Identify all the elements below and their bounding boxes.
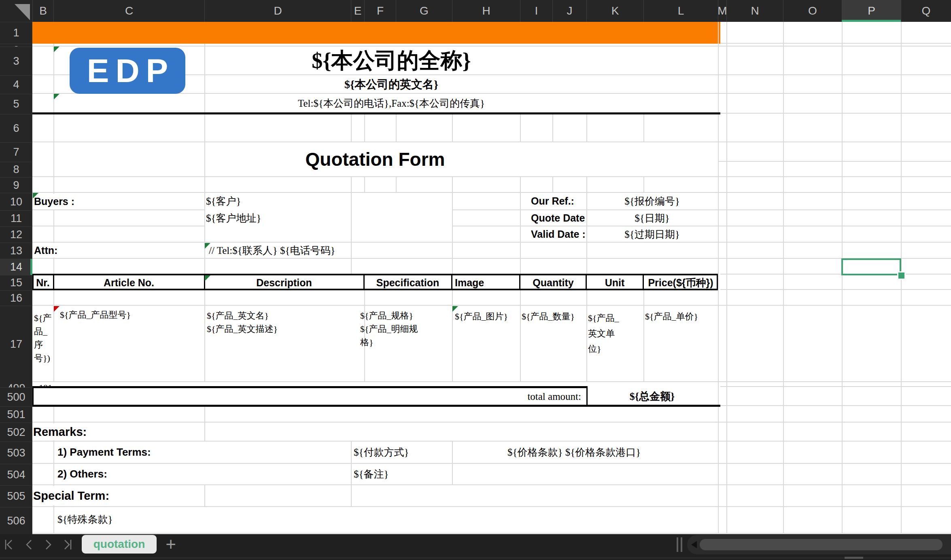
next-sheet-icon[interactable] (43, 538, 54, 551)
row-header-selected[interactable]: 14 (0, 259, 32, 275)
row-header[interactable]: 11 (0, 210, 32, 226)
special-term-value[interactable]: ${特殊条款} (57, 507, 227, 531)
col-header-unit[interactable]: Unit (587, 276, 642, 290)
buyer-name[interactable]: ${客户} (206, 193, 449, 209)
remarks-title[interactable]: Remarks: (33, 423, 155, 440)
column-header[interactable]: B (32, 0, 53, 22)
gridline-v (520, 290, 521, 382)
product-description[interactable]: ${产品_英文描述} (207, 322, 348, 336)
row-header[interactable]: 13 (0, 243, 32, 259)
gridline-v (520, 177, 521, 275)
column-header[interactable]: M (718, 0, 726, 22)
column-header[interactable]: H (452, 0, 520, 22)
valid-date-value[interactable]: ${过期日期} (586, 226, 718, 242)
column-header[interactable]: F (364, 0, 396, 22)
product-spec[interactable]: ${产品_规格} (360, 309, 441, 322)
gridline-h (32, 305, 951, 306)
product-price[interactable]: ${产品_单价} (645, 311, 717, 323)
row-header[interactable]: 503 (0, 442, 32, 464)
col-header-nr[interactable]: Nr. (33, 276, 53, 290)
add-sheet-button[interactable]: + (161, 535, 180, 554)
last-sheet-icon[interactable] (63, 538, 73, 551)
our-ref-value[interactable]: ${报价编号} (586, 193, 718, 209)
column-header[interactable]: N (726, 0, 783, 22)
col-header-specification[interactable]: Specification (365, 276, 451, 290)
row-header[interactable]: 15 (0, 275, 32, 290)
row-header[interactable]: 504 (0, 464, 32, 485)
comment-indicator-icon (54, 46, 59, 52)
special-term-label[interactable]: Special Term: (33, 486, 163, 505)
attn-label[interactable]: Attn: (34, 243, 115, 258)
column-header[interactable]: I (520, 0, 552, 22)
column-header-selected[interactable]: P (842, 0, 901, 22)
column-header[interactable]: K (586, 0, 643, 22)
row-header[interactable]: 2 (0, 44, 32, 46)
fill-handle[interactable] (897, 271, 906, 280)
column-header[interactable]: E (351, 0, 364, 22)
column-header[interactable]: D (204, 0, 351, 22)
row-header[interactable]: 6 (0, 114, 32, 142)
product-name[interactable]: ${产品_英文名} (207, 309, 348, 322)
row-header[interactable]: 5 (0, 94, 32, 114)
product-article[interactable]: ${产品_产品型号} (60, 309, 202, 321)
col-header-description[interactable]: Description (205, 276, 363, 290)
company-name-en[interactable]: ${本公司的英文名} (65, 75, 718, 94)
column-header[interactable]: C (53, 0, 204, 22)
payment-terms-label[interactable]: 1) Payment Terms: (57, 442, 203, 463)
price-terms-value[interactable]: ${价格条款} ${价格条款港口} (507, 442, 718, 463)
col-header-price[interactable]: Price(${币种}) (644, 276, 717, 290)
product-image[interactable]: ${产品_图片} (455, 311, 520, 323)
scrollbar-grip-icon[interactable] (677, 537, 682, 552)
row-header[interactable]: 501 (0, 406, 32, 423)
column-header[interactable]: L (643, 0, 718, 22)
row-header[interactable]: 8 (0, 162, 32, 177)
row-header[interactable]: 506 (0, 507, 32, 534)
col-header-article[interactable]: Article No. (54, 276, 204, 290)
row-header[interactable]: 12 (0, 226, 32, 243)
row-header[interactable]: 499 (0, 382, 32, 387)
row-header[interactable]: 502 (0, 423, 32, 442)
scroll-left-arrow-icon[interactable] (691, 541, 697, 548)
row-header[interactable]: 1 (0, 22, 32, 44)
col-header-image[interactable]: Image (455, 276, 520, 290)
row-header[interactable]: 9 (0, 177, 32, 193)
row-header[interactable]: 16 (0, 290, 32, 306)
total-amount-label[interactable]: total amount: (364, 387, 581, 406)
quote-date-value[interactable]: ${日期} (586, 210, 718, 226)
attn-value[interactable]: // Tel:${联系人} ${电话号码} (209, 243, 492, 258)
column-header[interactable]: O (783, 0, 842, 22)
h-scrollbar-thumb[interactable] (700, 539, 943, 550)
row-header[interactable]: 500 (0, 387, 32, 406)
others-value[interactable]: ${备注} (354, 464, 516, 484)
h-scrollbar-track[interactable] (687, 535, 951, 554)
buyers-label[interactable]: Buyers : (34, 194, 135, 209)
row-header[interactable]: 3 (0, 46, 32, 75)
prev-sheet-icon[interactable] (23, 538, 34, 551)
row-header[interactable]: 10 (0, 193, 32, 210)
others-label[interactable]: 2) Others: (57, 464, 203, 484)
gridline-h (718, 161, 951, 162)
product-nr[interactable]: ${产品_序号}) (34, 311, 53, 365)
product-unit[interactable]: ${产品_英文单位} (588, 311, 620, 357)
clipped-row[interactable]: 101 (34, 382, 155, 387)
company-tel-fax[interactable]: Tel:${本公司的电话},Fax:${本公司的传真} (65, 94, 718, 112)
row-header[interactable]: 4 (0, 75, 32, 94)
payment-terms-value[interactable]: ${付款方式} (354, 442, 451, 463)
column-header[interactable]: J (552, 0, 586, 22)
select-all-corner[interactable] (0, 0, 32, 22)
buyer-address[interactable]: ${客户地址} (206, 210, 449, 226)
product-spec-detail[interactable]: ${产品_明细规格} (360, 322, 424, 349)
sheet-tab-active[interactable]: quotation (82, 535, 157, 554)
col-header-quantity[interactable]: Quantity (521, 276, 586, 290)
company-name[interactable]: ${本公司的全称} (65, 46, 718, 75)
gridline-h (720, 274, 951, 275)
row-header[interactable]: 505 (0, 485, 32, 507)
column-header[interactable]: G (396, 0, 452, 22)
form-title[interactable]: Quotation Form (32, 142, 718, 176)
total-amount-value[interactable]: ${总金额} (586, 387, 718, 406)
row-header[interactable]: 17 (0, 306, 32, 382)
product-quantity[interactable]: ${产品_数量} (522, 311, 586, 323)
row-header[interactable]: 7 (0, 142, 32, 162)
column-header[interactable]: Q (901, 0, 951, 22)
first-sheet-icon[interactable] (3, 538, 14, 551)
